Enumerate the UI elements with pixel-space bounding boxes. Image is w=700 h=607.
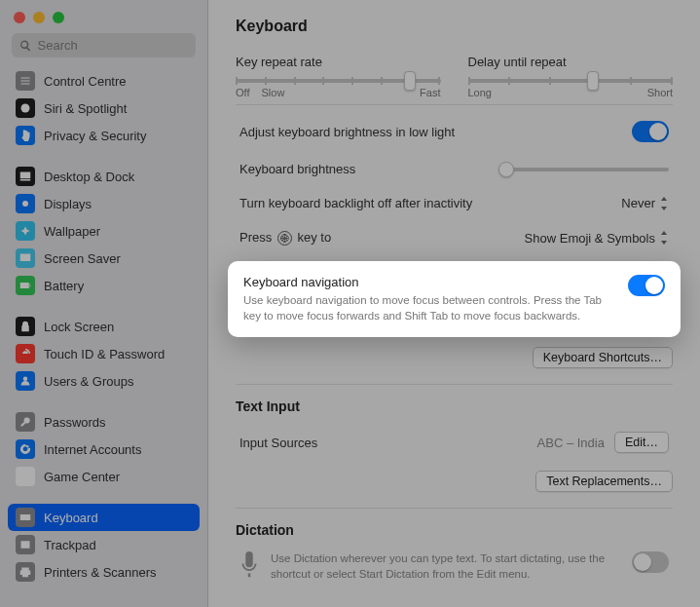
printer-icon xyxy=(16,562,35,582)
dictation-row: Use Dictation wherever you can type text… xyxy=(236,546,673,588)
sidebar-item-label: Lock Screen xyxy=(44,320,114,334)
backlight-off-popup[interactable]: Never xyxy=(621,196,669,210)
input-sources-edit-button[interactable]: Edit… xyxy=(614,432,669,453)
sidebar-item-label: Touch ID & Password xyxy=(44,347,165,361)
input-sources-row: Input Sources ABC – India Edit… xyxy=(236,422,673,463)
users-icon xyxy=(16,371,35,391)
sidebar-item-label: Printers & Scanners xyxy=(44,565,157,580)
keyboard-nav-toggle[interactable] xyxy=(628,275,665,296)
sliders-icon xyxy=(16,71,35,91)
popup-arrows-icon xyxy=(659,231,669,245)
text-input-title: Text Input xyxy=(236,398,673,414)
sidebar-item-label: Screen Saver xyxy=(44,251,121,266)
sidebar-item-label: Wallpaper xyxy=(44,224,100,239)
page-title: Keyboard xyxy=(236,18,673,35)
sidebar-item-label: Users & Groups xyxy=(44,374,133,389)
zoom-window-button[interactable] xyxy=(53,12,64,23)
minimize-window-button[interactable] xyxy=(33,12,45,23)
key-icon xyxy=(16,412,35,432)
battery-icon xyxy=(16,276,35,295)
delay-repeat-short: Short xyxy=(647,87,673,98)
adjust-brightness-toggle[interactable] xyxy=(632,121,669,142)
settings-window: Control CentreSiri & SpotlightPrivacy & … xyxy=(0,0,700,607)
sidebar-item-label: Game Center xyxy=(44,470,120,484)
key-repeat-fast: Fast xyxy=(420,87,440,98)
delay-repeat-slider[interactable] xyxy=(468,79,674,83)
key-repeat-label: Key repeat rate xyxy=(236,55,441,69)
sidebar-item-control-centre[interactable]: Control Centre xyxy=(8,67,200,95)
sidebar-list: Control CentreSiri & SpotlightPrivacy & … xyxy=(0,67,207,607)
delay-repeat-long: Long xyxy=(468,87,492,98)
flower-icon xyxy=(16,221,35,241)
delay-repeat-label: Delay until repeat xyxy=(468,55,674,69)
input-sources-label: Input Sources xyxy=(239,436,317,450)
dictation-title: Dictation xyxy=(236,522,673,538)
globe-key-popup[interactable]: Show Emoji & Symbols xyxy=(525,231,669,246)
sidebar-item-label: Displays xyxy=(44,197,92,211)
keyboard-shortcuts-button[interactable]: Keyboard Shortcuts… xyxy=(533,347,673,368)
siri-icon xyxy=(16,98,35,118)
text-replacements-button[interactable]: Text Replacements… xyxy=(535,471,673,492)
sidebar-item-touch-id-password[interactable]: Touch ID & Password xyxy=(8,340,200,367)
dictation-toggle[interactable] xyxy=(632,551,669,573)
dictation-desc: Use Dictation wherever you can type text… xyxy=(271,551,620,582)
keyboard-icon xyxy=(16,508,35,527)
keyboard-brightness-row: Keyboard brightness xyxy=(236,152,673,186)
globe-key-value: Show Emoji & Symbols xyxy=(525,231,655,246)
search-input[interactable] xyxy=(38,38,189,53)
key-repeat-off: Off xyxy=(236,87,249,98)
sidebar-item-label: Control Centre xyxy=(44,74,127,89)
backlight-off-label: Turn keyboard backlight off after inacti… xyxy=(239,196,472,210)
sidebar-item-printers-scanners[interactable]: Printers & Scanners xyxy=(8,558,200,586)
keyboard-nav-title: Keyboard navigation xyxy=(243,275,616,289)
globe-key-label: Press 🌐︎ key to xyxy=(239,230,331,246)
search-icon xyxy=(19,39,32,53)
screensaver-icon xyxy=(16,248,35,268)
hand-icon xyxy=(16,126,35,145)
sidebar: Control CentreSiri & SpotlightPrivacy & … xyxy=(0,0,208,607)
sidebar-item-wallpaper[interactable]: Wallpaper xyxy=(8,217,200,245)
sidebar-item-lock-screen[interactable]: Lock Screen xyxy=(8,313,200,340)
sidebar-item-label: Passwords xyxy=(44,415,106,430)
key-repeat-slider[interactable] xyxy=(236,79,441,83)
popup-arrows-icon xyxy=(659,197,669,210)
sidebar-item-screen-saver[interactable]: Screen Saver xyxy=(8,245,200,272)
sidebar-item-displays[interactable]: Displays xyxy=(8,190,200,217)
sidebar-item-label: Desktop & Dock xyxy=(44,170,134,184)
sidebar-item-label: Keyboard xyxy=(44,511,98,525)
sidebar-item-label: Siri & Spotlight xyxy=(44,101,127,116)
sidebar-item-battery[interactable]: Battery xyxy=(8,272,200,299)
sidebar-item-users-groups[interactable]: Users & Groups xyxy=(8,367,200,395)
sidebar-item-label: Internet Accounts xyxy=(44,442,141,457)
lock-icon xyxy=(16,317,35,336)
sidebar-item-label: Trackpad xyxy=(44,538,96,552)
key-repeat-slow: Slow xyxy=(261,87,284,98)
microphone-icon xyxy=(239,551,259,579)
sidebar-item-keyboard[interactable]: Keyboard xyxy=(8,504,200,531)
delay-until-repeat: Delay until repeat Long Short xyxy=(468,55,674,98)
repeat-sliders: Key repeat rate OffSlow Fast Delay until… xyxy=(236,55,673,98)
backlight-off-row: Turn keyboard backlight off after inacti… xyxy=(236,186,673,220)
sidebar-item-internet-accounts[interactable]: Internet Accounts xyxy=(8,436,200,463)
sidebar-item-label: Battery xyxy=(44,279,84,293)
backlight-off-value: Never xyxy=(621,196,655,210)
adjust-brightness-label: Adjust keyboard brightness in low light xyxy=(239,125,455,139)
close-window-button[interactable] xyxy=(14,12,25,23)
at-icon xyxy=(16,439,35,459)
globe-key-row: Press 🌐︎ key to Show Emoji & Symbols xyxy=(236,220,673,255)
sun-icon xyxy=(16,194,35,213)
keyboard-navigation-card: Keyboard navigation Use keyboard navigat… xyxy=(228,261,681,337)
input-sources-value: ABC – India xyxy=(537,436,605,450)
sidebar-item-trackpad[interactable]: Trackpad xyxy=(8,531,200,558)
sidebar-item-game-center[interactable]: Game Center xyxy=(8,463,200,490)
globe-icon: 🌐︎ xyxy=(277,231,292,246)
main-content: Keyboard Key repeat rate OffSlow Fast De… xyxy=(208,0,700,607)
search-field-wrap[interactable] xyxy=(12,33,196,57)
fingerprint-icon xyxy=(16,344,35,363)
sidebar-item-privacy-security[interactable]: Privacy & Security xyxy=(8,122,200,149)
sidebar-item-desktop-dock[interactable]: Desktop & Dock xyxy=(8,163,200,190)
keyboard-brightness-slider[interactable] xyxy=(498,168,669,171)
sidebar-item-passwords[interactable]: Passwords xyxy=(8,408,200,436)
trackpad-icon xyxy=(16,535,35,554)
sidebar-item-siri-spotlight[interactable]: Siri & Spotlight xyxy=(8,95,200,122)
